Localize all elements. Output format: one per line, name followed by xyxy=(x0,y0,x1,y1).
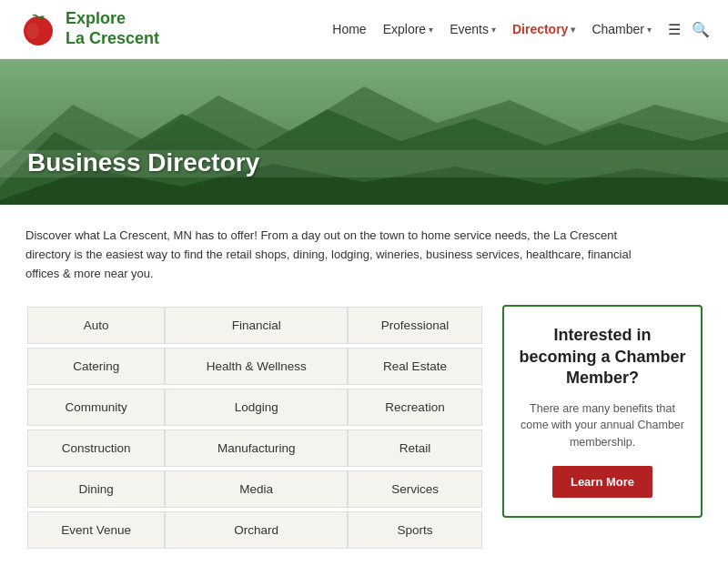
logo-area[interactable]: Explore La Crescent xyxy=(18,9,159,49)
category-table: AutoFinancialProfessionalCateringHealth … xyxy=(25,305,480,551)
category-button[interactable]: Manufacturing xyxy=(165,430,348,467)
hero-background xyxy=(0,59,728,205)
category-button[interactable]: Lodging xyxy=(165,389,348,426)
page-description: Discover what La Crescent, MN has to off… xyxy=(25,227,644,283)
chamber-card: Interested in becoming a Chamber Member?… xyxy=(502,305,703,517)
chamber-chevron-icon: ▾ xyxy=(647,25,652,35)
logo-text: Explore La Crescent xyxy=(66,9,159,48)
nav-home[interactable]: Home xyxy=(332,22,366,36)
nav-icons: ☰ 🔍 xyxy=(668,21,710,38)
category-button[interactable]: Dining xyxy=(27,470,165,508)
category-button[interactable]: Catering xyxy=(27,348,165,385)
svg-point-1 xyxy=(26,23,39,39)
category-button[interactable]: Professional xyxy=(348,307,482,344)
category-grid: AutoFinancialProfessionalCateringHealth … xyxy=(25,305,480,551)
main-content: Discover what La Crescent, MN has to off… xyxy=(0,205,728,566)
category-button[interactable]: Auto xyxy=(27,307,165,344)
content-layout: AutoFinancialProfessionalCateringHealth … xyxy=(25,305,703,551)
logo-lacrescent: La Crescent xyxy=(66,29,159,49)
main-nav: Home Explore ▾ Events ▾ Directory ▾ Cham… xyxy=(332,21,710,38)
category-button[interactable]: Sports xyxy=(348,511,482,549)
logo-explore: Explore xyxy=(66,9,159,29)
logo-icon xyxy=(18,9,58,49)
category-button[interactable]: Orchard xyxy=(165,511,348,549)
category-button[interactable]: Media xyxy=(165,470,348,508)
category-button[interactable]: Financial xyxy=(165,307,348,344)
learn-more-button[interactable]: Learn More xyxy=(552,466,652,498)
category-button[interactable]: Services xyxy=(348,470,482,508)
category-button[interactable]: Construction xyxy=(27,430,165,467)
nav-explore[interactable]: Explore ▾ xyxy=(383,22,433,36)
category-button[interactable]: Event Venue xyxy=(27,511,165,549)
directory-chevron-icon: ▾ xyxy=(571,25,575,35)
explore-chevron-icon: ▾ xyxy=(429,25,433,35)
hero-title: Business Directory xyxy=(27,148,259,177)
hero-section: Business Directory xyxy=(0,59,728,205)
category-button[interactable]: Real Estate xyxy=(348,348,482,385)
category-button[interactable]: Community xyxy=(27,389,165,426)
nav-chamber[interactable]: Chamber ▾ xyxy=(592,22,652,36)
chamber-title: Interested in becoming a Chamber Member? xyxy=(519,325,686,389)
events-chevron-icon: ▾ xyxy=(491,25,496,35)
search-icon[interactable]: 🔍 xyxy=(692,21,710,38)
category-button[interactable]: Health & Wellness xyxy=(165,348,348,385)
category-button[interactable]: Retail xyxy=(348,430,482,467)
category-button[interactable]: Recreation xyxy=(348,389,482,426)
nav-directory[interactable]: Directory ▾ xyxy=(512,22,575,36)
header: Explore La Crescent Home Explore ▾ Event… xyxy=(0,0,728,59)
nav-events[interactable]: Events ▾ xyxy=(450,22,496,36)
hamburger-icon[interactable]: ☰ xyxy=(668,21,681,38)
chamber-description: There are many benefits that come with y… xyxy=(519,400,686,451)
